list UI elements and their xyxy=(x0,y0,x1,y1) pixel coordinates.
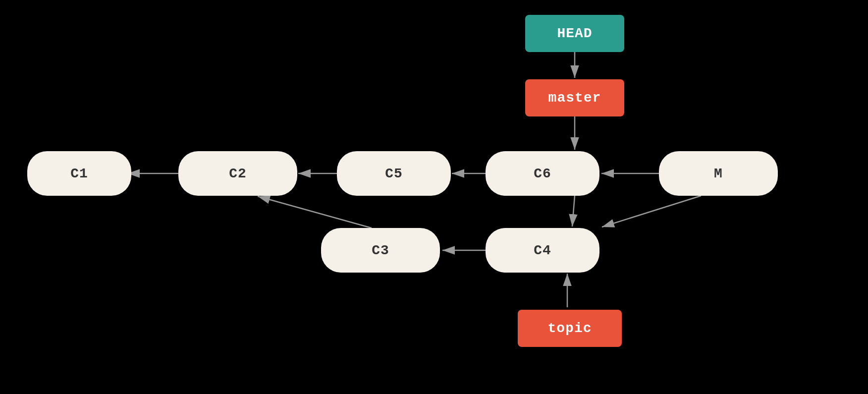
arrows-svg xyxy=(0,0,868,394)
commit-m: M xyxy=(659,151,778,196)
commit-c5: C5 xyxy=(337,151,451,196)
svg-line-9 xyxy=(602,196,701,227)
master-label: master xyxy=(525,79,624,116)
git-diagram: HEAD master C6 C5 C2 C1 M C4 C3 topic xyxy=(0,0,868,394)
commit-c2: C2 xyxy=(178,151,297,196)
svg-line-11 xyxy=(258,196,372,228)
commit-c1: C1 xyxy=(27,151,131,196)
svg-line-8 xyxy=(572,196,575,226)
commit-c4: C4 xyxy=(486,228,599,273)
head-label: HEAD xyxy=(525,15,624,52)
commit-c3: C3 xyxy=(321,228,440,273)
commit-c6: C6 xyxy=(486,151,599,196)
topic-label: topic xyxy=(518,310,622,347)
